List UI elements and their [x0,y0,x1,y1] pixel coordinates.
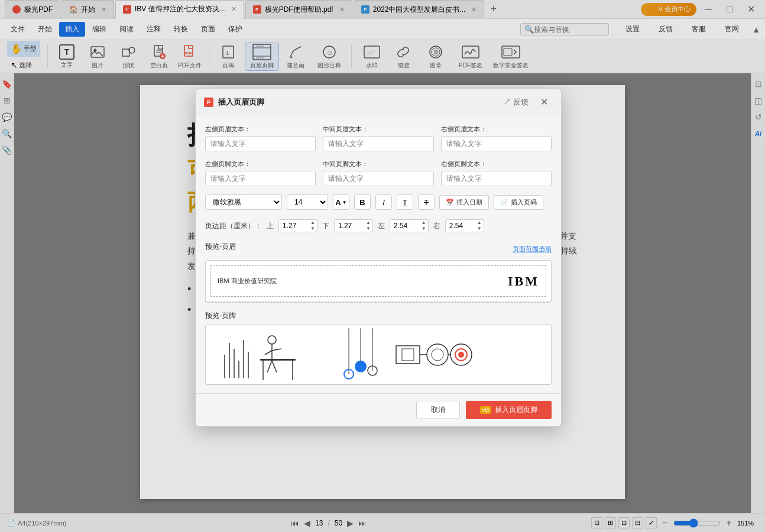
left-footer-input[interactable] [205,171,316,186]
left-header-group: 左侧页眉文本： [205,125,316,151]
top-spin-up[interactable]: ▲ [309,220,317,226]
svg-line-39 [267,361,272,372]
center-footer-input[interactable] [323,171,433,186]
preview-left-text: IBM 商业价值研究院 [218,277,277,286]
dialog-feedback-btn[interactable]: ↗ 反馈 [500,95,532,109]
dialog-body: 左侧页眉文本： 中间页眉文本： 右侧页眉文本： 左侧页脚文本： 中间页脚文本： [196,115,561,385]
right-margin-input[interactable] [446,220,475,232]
cancel-button[interactable]: 取消 [416,401,460,419]
left-margin-spinners: ▲ ▼ [420,220,428,231]
svg-line-37 [265,351,272,355]
insert-page-label: 插入页码 [511,198,537,207]
dialog-close-btn[interactable]: ✕ [536,95,553,109]
svg-rect-51 [402,349,414,361]
size-select[interactable]: 14 [287,194,328,210]
page-range-link[interactable]: 页面范围选项 [513,245,552,254]
insert-button-label: 插入页眉页脚 [495,405,537,415]
preview-footer-content [206,325,551,384]
left-margin-wrap: ▲ ▼ [390,219,429,232]
right-spin-down[interactable]: ▼ [475,226,484,232]
right-footer-label: 右侧页脚文本： [441,160,552,168]
svg-line-38 [272,349,281,351]
center-header-group: 中间页眉文本： [323,125,433,151]
color-dropdown-icon: ▼ [342,200,347,205]
top-direction: 上 [267,221,274,231]
format-row: 微软雅黑 14 A ▼ B I T T 📅 插入日期 [205,194,552,210]
center-footer-group: 中间页脚文本： [323,160,433,186]
svg-point-53 [432,349,443,361]
left-direction: 左 [378,221,385,231]
margin-row: 页边距（厘米）： 上 ▲ ▼ 下 ▲ ▼ 左 [205,219,552,232]
center-footer-label: 中间页脚文本： [323,160,433,168]
left-footer-group: 左侧页脚文本： [205,160,316,186]
preview-header-label: 预览-页眉 [205,242,236,252]
page-icon: 📄 [500,199,508,206]
font-select[interactable]: 微软雅黑 [205,194,282,210]
svg-line-40 [272,361,277,372]
vip-icon: vip [480,406,491,414]
center-header-label: 中间页眉文本： [323,125,433,134]
left-spin-up[interactable]: ▲ [420,220,428,226]
bottom-direction: 下 [322,221,329,231]
svg-point-48 [355,361,367,372]
right-header-input[interactable] [441,136,552,151]
right-margin-wrap: ▲ ▼ [445,219,484,232]
left-footer-label: 左侧页脚文本： [205,160,316,168]
right-header-label: 右侧页眉文本： [441,125,552,134]
insert-header-footer-button[interactable]: vip 插入页眉页脚 [466,401,552,419]
right-footer-group: 右侧页脚文本： [441,160,552,186]
top-margin-wrap: ▲ ▼ [278,219,317,232]
right-footer-input[interactable] [441,171,552,186]
right-margin-spinners: ▲ ▼ [475,220,484,231]
dialog-title-bar: P 插入页眉页脚 ↗ 反馈 ✕ [196,89,561,115]
calendar-icon: 📅 [446,199,454,206]
header-fields-row: 左侧页眉文本： 中间页眉文本： 右侧页眉文本： [205,125,552,151]
preview-header-content: IBM 商业价值研究院 IBM [206,261,551,302]
insert-header-footer-dialog: P 插入页眉页脚 ↗ 反馈 ✕ 左侧页眉文本： 中间页眉文本： 右侧页眉文本： [195,89,562,427]
right-direction: 右 [433,221,440,231]
footer-fields-row: 左侧页脚文本： 中间页脚文本： 右侧页脚文本： [205,160,552,186]
preview-header-section-title: 预览-页眉 页面范围选项 [205,242,552,257]
svg-point-35 [268,336,276,344]
right-spin-up[interactable]: ▲ [475,220,484,226]
center-header-input[interactable] [323,136,433,151]
color-a-icon: A [335,198,341,207]
preview-right-logo: IBM [508,274,539,289]
preview-footer-box [205,325,552,385]
top-margin-input[interactable] [279,220,309,232]
preview-footer-section-title: 预览-页脚 [205,311,552,321]
footer-svg [213,328,544,381]
top-spin-down[interactable]: ▼ [309,226,317,232]
right-header-group: 右侧页眉文本： [441,125,552,151]
left-margin-input[interactable] [390,220,420,232]
insert-date-label: 插入日期 [456,198,482,207]
bottom-margin-input[interactable] [335,220,364,232]
dialog-footer: 取消 vip 插入页眉页脚 [196,393,561,426]
insert-date-btn[interactable]: 📅 插入日期 [439,195,489,210]
svg-point-52 [427,344,448,365]
text-color-btn[interactable]: A ▼ [333,194,349,210]
left-header-label: 左侧页眉文本： [205,125,316,134]
bottom-margin-wrap: ▲ ▼ [334,219,373,232]
svg-rect-41 [260,359,296,361]
dialog-actions: ↗ 反馈 ✕ [500,95,553,109]
strikethrough-btn[interactable]: T [418,194,435,210]
underline-btn[interactable]: T [397,194,413,210]
insert-page-btn[interactable]: 📄 插入页码 [494,195,543,210]
margin-label: 页边距（厘米）： [205,221,262,231]
left-spin-down[interactable]: ▼ [420,226,428,232]
preview-footer-label: 预览-页脚 [205,312,236,320]
dialog-title: 插入页眉页脚 [218,97,264,108]
feedback-icon: ↗ [503,98,511,106]
bottom-spin-down[interactable]: ▼ [364,226,372,232]
bottom-spin-up[interactable]: ▲ [364,220,372,226]
svg-point-56 [458,352,464,358]
dialog-app-icon: P [204,98,213,107]
top-margin-spinners: ▲ ▼ [309,220,317,231]
dialog-feedback-label: 反馈 [513,98,529,106]
italic-btn[interactable]: I [375,194,392,210]
left-header-input[interactable] [205,136,316,151]
bottom-margin-spinners: ▲ ▼ [364,220,372,231]
preview-header-box: IBM 商业价值研究院 IBM [205,260,552,303]
bold-btn[interactable]: B [354,194,371,210]
